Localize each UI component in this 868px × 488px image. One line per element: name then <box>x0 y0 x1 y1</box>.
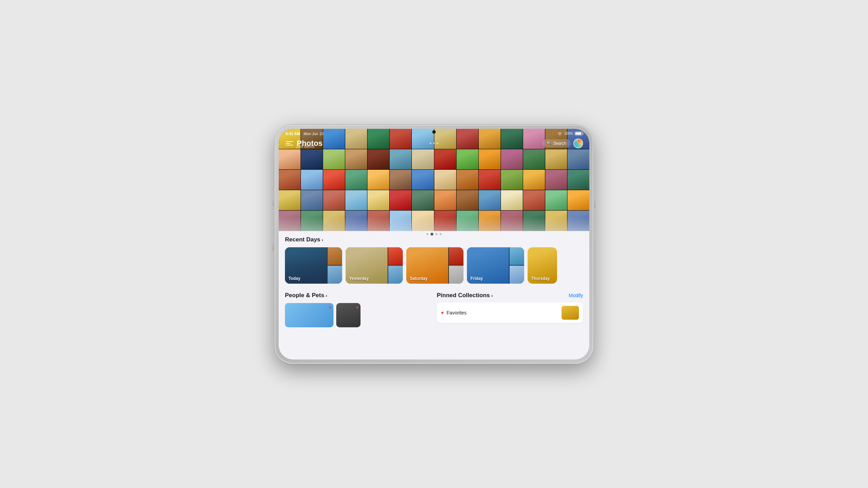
grid-photo[interactable] <box>367 149 389 169</box>
grid-photo[interactable] <box>390 190 411 210</box>
favorites-label: Favorites <box>446 310 467 316</box>
header-center-dots <box>430 142 439 144</box>
header-bar: Photos 🔍 Search <box>285 136 583 151</box>
camera-notch <box>432 130 436 134</box>
dot <box>430 142 432 144</box>
people-pets-chevron[interactable]: › <box>326 293 327 298</box>
grid-photo[interactable] <box>434 149 456 169</box>
page-dot[interactable] <box>435 233 437 235</box>
pinned-header-left: Pinned Collections › <box>437 292 493 299</box>
grid-photo[interactable] <box>545 170 567 190</box>
grid-photo[interactable] <box>279 190 301 210</box>
grid-photo[interactable] <box>434 190 456 210</box>
grid-photo[interactable] <box>301 170 323 190</box>
ipad-device: 9:41 AM Mon Jun 10 100% <box>275 125 593 364</box>
grid-photo[interactable] <box>323 170 345 190</box>
day-card-today[interactable]: Today <box>285 247 342 284</box>
grid-photo[interactable] <box>367 190 389 210</box>
pinned-chevron[interactable]: › <box>491 293 493 298</box>
grid-photo[interactable] <box>279 170 301 190</box>
grid-photo[interactable] <box>479 149 501 169</box>
modify-button[interactable]: Modify <box>569 293 583 298</box>
app-title: Photos <box>297 139 323 148</box>
day-card-yesterday[interactable]: Yesterday <box>346 247 403 284</box>
user-avatar[interactable] <box>573 139 583 148</box>
page-dot-active[interactable] <box>431 233 433 236</box>
battery-fill <box>575 132 581 135</box>
grid-photo[interactable] <box>434 170 456 190</box>
grid-photo[interactable] <box>545 190 567 210</box>
heart-icon: ♥ <box>441 310 444 316</box>
day-card-thursday[interactable]: Thursday <box>528 247 557 284</box>
grid-photo[interactable] <box>523 149 545 169</box>
grid-photo[interactable] <box>412 149 434 169</box>
grid-photo[interactable] <box>323 149 345 169</box>
grid-photo[interactable] <box>523 190 545 210</box>
bottom-sections: People & Pets › ♥ <box>285 292 583 327</box>
grid-photo[interactable] <box>567 149 589 169</box>
grid-photo[interactable] <box>501 149 523 169</box>
grid-photo[interactable] <box>345 190 367 210</box>
day-card-saturday[interactable]: Saturday <box>406 247 463 284</box>
grid-photo[interactable] <box>301 190 323 210</box>
recent-days-header: Recent Days › <box>285 236 583 243</box>
grid-photo[interactable] <box>412 190 434 210</box>
favorites-thumbnail <box>562 306 579 320</box>
sidebar-icon-bar <box>286 141 293 142</box>
grid-photo[interactable] <box>412 170 434 190</box>
grid-photo[interactable] <box>457 170 478 190</box>
day-card-friday[interactable]: Friday <box>467 247 524 284</box>
status-date: Mon Jun 10 <box>304 132 323 136</box>
sidebar-icon-bar <box>286 143 290 144</box>
favorites-card[interactable]: ♥ Favorites <box>437 302 583 323</box>
page-dot[interactable] <box>426 233 428 235</box>
grid-photo[interactable] <box>279 149 301 169</box>
grid-photo[interactable] <box>301 149 323 169</box>
thursday-label: Thursday <box>531 276 550 281</box>
grid-photo[interactable] <box>523 170 545 190</box>
grid-photo[interactable] <box>545 149 567 169</box>
grid-photo[interactable] <box>390 170 411 190</box>
grid-photo[interactable] <box>501 190 523 210</box>
grid-photo[interactable] <box>479 190 501 210</box>
sidebar-icon <box>286 141 293 146</box>
status-right: 100% <box>557 132 582 135</box>
friday-label: Friday <box>470 276 483 281</box>
grid-photo[interactable] <box>457 149 478 169</box>
recent-days-title: Recent Days <box>285 236 320 243</box>
pinned-collections-header: Pinned Collections › Modify <box>437 292 583 299</box>
grid-photo[interactable] <box>367 170 389 190</box>
pinned-section: Pinned Collections › Modify ♥ Favorites <box>437 292 583 327</box>
grid-photo[interactable] <box>457 190 478 210</box>
grid-photo[interactable] <box>390 149 411 169</box>
battery-level: 100% <box>564 132 573 135</box>
person-card[interactable]: ♥ <box>336 303 361 327</box>
grid-photo[interactable] <box>501 170 523 190</box>
header-left: Photos <box>285 139 323 148</box>
recent-days-scroll[interactable]: Today Yesterday <box>285 247 583 285</box>
status-left: 9:41 AM Mon Jun 10 <box>286 132 323 136</box>
grid-photo[interactable] <box>323 190 345 210</box>
search-label: Search <box>553 141 566 146</box>
battery-indicator <box>575 132 582 135</box>
person-card[interactable]: ♥ <box>285 303 333 327</box>
grid-gradient <box>279 217 589 231</box>
dot <box>433 142 435 144</box>
page-indicators <box>426 233 442 236</box>
grid-photo[interactable] <box>567 190 589 210</box>
search-button[interactable]: 🔍 Search <box>542 139 571 148</box>
grid-photo[interactable] <box>345 170 367 190</box>
camera-button <box>272 237 274 251</box>
sidebar-icon-bar <box>286 145 293 145</box>
people-pets-header: People & Pets › <box>285 292 431 299</box>
grid-photo[interactable] <box>567 170 589 190</box>
search-icon: 🔍 <box>547 141 552 145</box>
sidebar-toggle-button[interactable] <box>285 140 294 147</box>
grid-photo[interactable] <box>479 170 501 190</box>
volume-button <box>272 196 274 206</box>
people-scroll: ♥ ♥ <box>285 303 431 327</box>
grid-photo[interactable] <box>345 149 367 169</box>
page-dot[interactable] <box>440 233 442 235</box>
power-button <box>594 196 596 207</box>
recent-days-chevron[interactable]: › <box>322 237 323 242</box>
